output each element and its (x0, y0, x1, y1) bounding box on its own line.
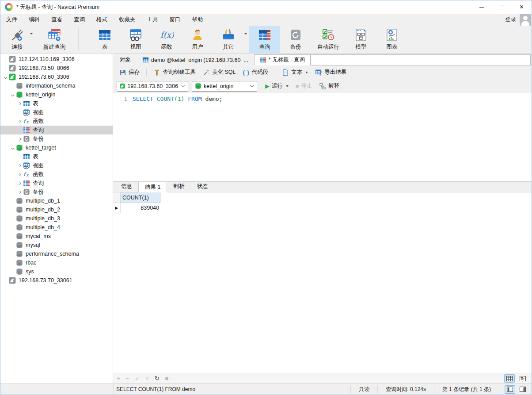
model-button[interactable]: 模型 (346, 26, 376, 53)
tree-item-tables[interactable]: 表 (0, 99, 113, 108)
tree-item-database[interactable]: multiple_db_3 (0, 214, 113, 223)
tree-item-database[interactable]: rbac (0, 258, 113, 267)
export-table-icon (315, 69, 322, 76)
beautify-sql-button[interactable]: 美化 SQL (200, 67, 239, 77)
tree-item-tables[interactable]: 表 (0, 152, 113, 161)
chevron-right-icon[interactable] (18, 190, 21, 193)
tree-item-functions[interactable]: 函数 (0, 170, 113, 179)
menu-favorites[interactable]: 收藏夹 (113, 14, 141, 26)
grid-view-button[interactable] (504, 374, 515, 383)
connect-dropdown-caret[interactable] (30, 33, 33, 35)
menu-query[interactable]: 查询 (68, 14, 91, 26)
minimize-button[interactable] (472, 0, 492, 14)
tree-item-backups[interactable]: 备份 (0, 188, 113, 196)
tree-item-connection-open[interactable]: 192.168.73.60_3306 (0, 73, 113, 81)
menu-help[interactable]: 帮助 (186, 14, 209, 26)
query-button[interactable]: 查询 (249, 26, 280, 53)
chart-button[interactable]: 图表 (376, 26, 407, 53)
user-avatar[interactable] (520, 14, 531, 26)
new-query-button[interactable]: 新建查询 (35, 26, 74, 53)
tab-profile[interactable]: 剖析 (167, 181, 190, 192)
tree-item-database[interactable]: performance_schema (0, 249, 113, 258)
tree-item-connection[interactable]: 192.168.73.70_33061 (0, 276, 113, 285)
tree-item-connection[interactable]: 192.168.73.50_8066 (0, 64, 113, 73)
tab-table-demo[interactable]: demo @kettel_origin (192.168.73.60_... (137, 54, 254, 65)
menu-edit[interactable]: 编辑 (23, 14, 46, 26)
chevron-down-icon[interactable] (11, 93, 14, 96)
menu-window[interactable]: 窗口 (164, 14, 186, 26)
autorun-button[interactable]: 自动运行 (311, 26, 346, 53)
tree-item-connection[interactable]: 112.124.110.169_3306 (0, 55, 113, 64)
function-label: 函数 (161, 43, 172, 51)
sql-editor[interactable]: 1 SELECT COUNT(1) FROM demo; (113, 93, 532, 181)
database-icon (16, 82, 23, 89)
tree-item-views[interactable]: 视图 (0, 161, 113, 170)
document-tab-bar: 对象 demo @kettel_origin (192.168.73.60_..… (113, 54, 532, 65)
chevron-right-icon[interactable] (18, 181, 21, 184)
tab-status[interactable]: 状态 (190, 181, 214, 192)
tree-item-database[interactable]: information_schema (0, 81, 113, 90)
menu-file[interactable]: 文件 (0, 14, 23, 26)
form-view-button[interactable] (517, 374, 528, 383)
show-right-panel-button[interactable] (517, 385, 528, 394)
database-select[interactable]: kettel_origin (192, 81, 257, 92)
user-button[interactable]: 用户 (182, 26, 213, 53)
menu-tools[interactable]: 工具 (141, 14, 164, 26)
chevron-right-icon[interactable] (18, 173, 21, 176)
tree-item-database[interactable]: mysql (0, 241, 113, 249)
sql-code[interactable]: SELECT COUNT(1) FROM demo; (133, 93, 223, 181)
code-snippet-button[interactable]: ( ) 代码段 (240, 67, 271, 77)
tree-item-database[interactable]: mycat_ms (0, 232, 113, 241)
count-value-cell[interactable]: 839040 (121, 203, 161, 213)
tree-item-database[interactable]: sys (0, 267, 113, 276)
tab-query-untitled[interactable]: * 无标题 - 查询 (254, 54, 311, 65)
tab-result-1[interactable]: 结果 1 (138, 182, 167, 192)
run-dropdown-caret[interactable] (286, 85, 289, 87)
connect-button[interactable]: 连接 (5, 26, 30, 53)
tab-info[interactable]: 信息 (115, 181, 138, 192)
save-button[interactable]: 保存 (117, 67, 142, 77)
tab-objects[interactable]: 对象 (114, 54, 137, 65)
tree-item-views[interactable]: 视图 (0, 108, 113, 117)
others-dropdown-caret[interactable] (244, 33, 247, 35)
tree-item-queries-selected[interactable]: 查询 (0, 126, 113, 134)
tree-item-database-open[interactable]: kettel_target (0, 143, 113, 152)
function-button[interactable]: f(x) 函数 (151, 26, 182, 53)
result-row[interactable]: ▶ 839040 (113, 203, 532, 213)
text-view-button[interactable]: 文本 (279, 67, 311, 77)
database-icon (16, 224, 23, 231)
connection-select[interactable]: 192.168.73.60_3306 (117, 81, 188, 92)
plug-icon (10, 28, 24, 42)
chevron-down-icon[interactable] (4, 75, 7, 78)
explain-button[interactable]: 解释 (317, 81, 341, 91)
backup-button[interactable]: 备份 (280, 26, 311, 53)
refresh-icon[interactable]: ↻ (155, 375, 160, 382)
tree-item-database[interactable]: multiple_db_1 (0, 196, 113, 205)
tree-item-database[interactable]: multiple_db_4 (0, 223, 113, 232)
tree-item-functions[interactable]: 函数 (0, 117, 113, 126)
run-button[interactable]: ▶ 运行 (263, 81, 290, 91)
tree-item-database[interactable]: multiple_db_2 (0, 205, 113, 214)
tree-item-queries[interactable]: 查询 (0, 179, 113, 188)
others-button[interactable]: 其它 (213, 26, 244, 53)
text-dropdown-caret[interactable] (305, 72, 308, 73)
query-builder-button[interactable]: 查询创建工具 (151, 67, 198, 77)
chevron-right-icon[interactable] (18, 102, 21, 105)
mysql-connection-icon (9, 277, 16, 284)
chevron-right-icon[interactable] (18, 137, 21, 140)
column-header-count[interactable]: COUNT(1) (121, 192, 161, 203)
tree-item-database-open[interactable]: kettel_origin (0, 90, 113, 99)
chevron-down-icon[interactable] (11, 146, 14, 149)
tree-item-backups[interactable]: 备份 (0, 134, 113, 143)
table-button[interactable]: 表 (89, 26, 120, 53)
chevron-right-icon[interactable] (18, 119, 21, 123)
login-link[interactable]: 登录 (502, 16, 520, 23)
show-left-panel-button[interactable] (505, 385, 515, 394)
close-button[interactable]: × (512, 0, 532, 14)
menu-format[interactable]: 格式 (91, 14, 113, 26)
maximize-button[interactable] (492, 0, 512, 14)
export-result-button[interactable]: 导出结果 (312, 67, 349, 77)
chevron-right-icon[interactable] (18, 164, 21, 167)
menu-view[interactable]: 查看 (46, 14, 68, 26)
view-button[interactable]: 视图 (120, 26, 151, 53)
